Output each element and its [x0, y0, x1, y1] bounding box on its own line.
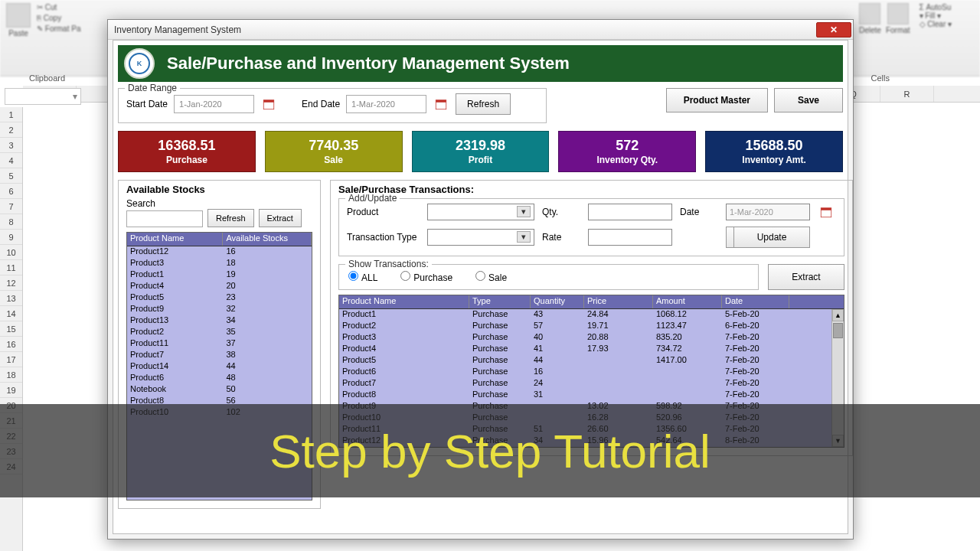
rate-label: Rate — [542, 232, 580, 243]
app-logo: K — [124, 48, 155, 79]
start-date-input[interactable] — [174, 95, 254, 113]
summary-tile: 572Inventory Qty. — [558, 131, 696, 172]
show-transactions-legend: Show Transactions: — [345, 259, 432, 269]
add-update-legend: Add/Update — [345, 193, 400, 204]
cells-label: Cells — [871, 73, 890, 83]
list-item[interactable]: Product420 — [127, 281, 312, 292]
qty-input[interactable] — [588, 204, 672, 220]
transactions-extract-button[interactable]: Extract — [768, 264, 844, 290]
radio-purchase[interactable]: Purchase — [400, 271, 452, 283]
list-item[interactable]: Product738 — [127, 350, 312, 361]
calendar-icon[interactable] — [260, 96, 277, 112]
show-transactions-fieldset: Show Transactions: ALL Purchase Sale — [338, 264, 759, 290]
svg-rect-5 — [821, 208, 831, 210]
table-row[interactable]: Product4Purchase4117.93734.727-Feb-20 — [339, 344, 844, 355]
list-item[interactable]: Product523 — [127, 292, 312, 304]
table-row[interactable]: Product3Purchase4020.88835.207-Feb-20 — [339, 332, 844, 344]
rate-input[interactable] — [588, 229, 672, 246]
table-row[interactable]: Product8Purchase317-Feb-20 — [339, 390, 844, 401]
list-item[interactable]: Product318 — [127, 258, 312, 269]
radio-all[interactable]: ALL — [348, 271, 377, 283]
list-item[interactable]: Product119 — [127, 269, 312, 281]
add-update-fieldset: Add/Update Product Qty. Date Transaction… — [338, 198, 844, 256]
date-range-fieldset: Date Range Start Date End Date Refresh — [118, 88, 547, 123]
table-row[interactable]: Product5Purchase441417.007-Feb-20 — [339, 355, 844, 367]
table-row[interactable]: Product6Purchase167-Feb-20 — [339, 367, 844, 378]
svg-rect-1 — [263, 100, 274, 103]
tutorial-overlay: Step by Step Tutorial — [0, 404, 980, 497]
transactions-title: Sale/Purchase Transactions: — [338, 184, 844, 195]
radio-sale[interactable]: Sale — [475, 271, 507, 283]
stocks-extract-button[interactable]: Extract — [259, 209, 302, 227]
transaction-type-combo[interactable] — [427, 229, 534, 246]
clipboard-label: Clipboard — [29, 73, 65, 83]
table-row[interactable]: Product2Purchase5719.711123.476-Feb-20 — [339, 321, 844, 332]
table-row[interactable]: Product7Purchase247-Feb-20 — [339, 378, 844, 390]
calendar-icon[interactable] — [433, 96, 449, 112]
date-label: Date — [680, 207, 718, 217]
list-item[interactable]: Product235 — [127, 327, 312, 338]
tutorial-text: Step by Step Tutorial — [270, 424, 710, 478]
available-stocks-title: Available Stocks — [126, 184, 312, 195]
end-date-input[interactable] — [346, 95, 426, 113]
scroll-up-icon[interactable]: ▲ — [832, 309, 844, 321]
app-banner: K Sale/Purchase and Inventory Management… — [118, 45, 843, 82]
list-item[interactable]: Product648 — [127, 373, 312, 384]
search-input[interactable] — [126, 210, 203, 227]
summary-tile: 2319.98Profit — [412, 131, 550, 172]
scroll-thumb[interactable] — [833, 323, 843, 338]
svg-rect-3 — [436, 100, 446, 103]
list-item[interactable]: Product1334 — [127, 315, 312, 327]
update-button[interactable]: Update — [733, 227, 810, 248]
summary-tile: 16368.51Purchase — [118, 131, 256, 172]
list-item[interactable]: Product1444 — [127, 361, 312, 373]
refresh-button[interactable]: Refresh — [456, 93, 511, 115]
close-button[interactable]: ✕ — [816, 22, 851, 37]
search-label: Search — [126, 198, 312, 209]
excel-ribbon-right: Delete Format Σ AutoSu ▾ Fill ▾ ◇ Clear … — [856, 0, 980, 77]
product-combo[interactable] — [427, 204, 534, 220]
banner-title: Sale/Purchase and Inventory Management S… — [167, 54, 570, 73]
product-label: Product — [347, 207, 420, 217]
calendar-icon[interactable] — [818, 204, 835, 220]
summary-tile: 15688.50Inventory Amt. — [705, 131, 843, 172]
window-title: Inventory Management System — [114, 24, 241, 35]
date-range-legend: Date Range — [125, 83, 180, 93]
save-button[interactable]: Save — [774, 88, 843, 112]
name-box[interactable]: ▾ — [5, 88, 81, 105]
summary-tile: 7740.35Sale — [265, 131, 403, 172]
list-item[interactable]: Product1137 — [127, 338, 312, 350]
list-item[interactable]: Product1216 — [127, 246, 312, 258]
end-date-label: End Date — [302, 99, 340, 109]
stocks-refresh-button[interactable]: Refresh — [207, 209, 254, 227]
product-master-button[interactable]: Product Master — [666, 88, 768, 112]
transaction-type-label: Transaction Type — [347, 232, 420, 243]
qty-label: Qty. — [542, 207, 580, 217]
summary-tiles: 16368.51Purchase7740.35Sale2319.98Profit… — [118, 131, 843, 172]
table-row[interactable]: Product1Purchase4324.841068.125-Feb-20 — [339, 309, 844, 321]
start-date-label: Start Date — [126, 99, 168, 109]
date-input[interactable] — [726, 204, 810, 220]
titlebar: Inventory Management System ✕ — [108, 20, 853, 40]
list-item[interactable]: Product932 — [127, 304, 312, 315]
list-item[interactable]: Notebook50 — [127, 384, 312, 396]
